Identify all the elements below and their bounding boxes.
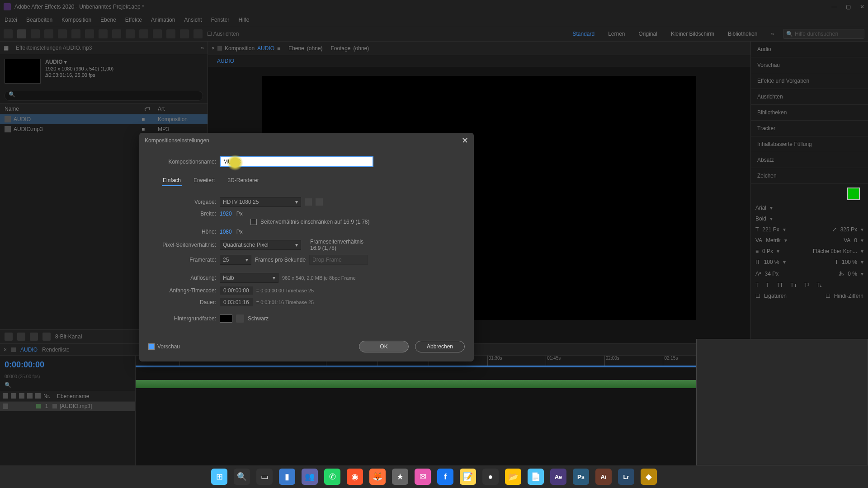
taskbar-search[interactable]: 🔍 <box>234 469 250 485</box>
taskbar-extra[interactable]: ◆ <box>641 469 657 485</box>
preset-label: Vorgabe: <box>157 199 216 205</box>
taskbar-teams[interactable]: 👥 <box>302 469 318 485</box>
par-dropdown[interactable]: Quadratische Pixel▾ <box>220 240 301 250</box>
cancel-button[interactable]: Abbrechen <box>415 341 465 352</box>
chevron-down-icon: ▾ <box>273 275 275 281</box>
taskbar-facebook[interactable]: f <box>437 469 453 485</box>
resolution-info: 960 x 540, 2,0 MB je 8bpc Frame <box>282 275 356 281</box>
duration-value[interactable]: 0:03:01:16 <box>220 298 253 306</box>
tab-einfach[interactable]: Einfach <box>162 175 182 186</box>
taskbar-ps[interactable]: Ps <box>573 469 589 485</box>
taskbar-ae[interactable]: Ae <box>550 469 566 485</box>
chevron-down-icon: ▾ <box>295 242 298 248</box>
start-tc-info: = 0:00:00:00 Timebase 25 <box>256 288 314 293</box>
taskbar-notepad[interactable]: 📄 <box>528 469 544 485</box>
aspect-lock-checkbox[interactable] <box>250 219 257 225</box>
eyedropper-icon[interactable] <box>236 314 244 323</box>
framerate-dropdown[interactable]: 25▾ <box>220 255 251 265</box>
preview-checkbox[interactable] <box>148 343 155 350</box>
taskbar-app[interactable]: ★ <box>392 469 408 485</box>
dropframe-dropdown: Drop-Frame <box>309 255 368 265</box>
height-value[interactable]: 1080 <box>220 229 232 235</box>
duration-info: = 0:03:01:16 Timebase 25 <box>256 300 314 305</box>
bg-name: Schwarz <box>248 315 269 322</box>
taskbar-whatsapp[interactable]: ✆ <box>324 469 340 485</box>
dialog-title: Kompositionseinstellungen <box>145 137 209 144</box>
width-label: Breite: <box>157 211 216 217</box>
resolution-label: Auflösung: <box>157 275 216 281</box>
comp-name-input[interactable] <box>220 156 373 167</box>
chevron-down-icon: ▾ <box>295 199 298 205</box>
height-label: Höhe: <box>157 229 216 235</box>
taskbar-messenger[interactable]: ✉ <box>415 469 431 485</box>
aspect-lock-label: Seitenverhältnis einschränken auf 16:9 (… <box>260 219 369 225</box>
resolution-dropdown[interactable]: Halb▾ <box>220 273 278 283</box>
taskbar-taskview[interactable]: ▭ <box>256 469 273 485</box>
composition-settings-dialog: Kompositionseinstellungen ✕ Kompositions… <box>139 133 474 361</box>
duration-label: Dauer: <box>157 299 216 305</box>
taskbar-lr[interactable]: Lr <box>618 469 634 485</box>
taskbar-firefox[interactable]: 🦊 <box>369 469 386 485</box>
preview-label: Vorschau <box>157 343 180 350</box>
save-preset-icon[interactable] <box>305 198 312 206</box>
taskbar-start[interactable]: ⊞ <box>211 469 227 485</box>
taskbar-explorer[interactable]: ▮ <box>279 469 295 485</box>
width-value[interactable]: 1920 <box>220 211 232 217</box>
fps-text: Frames pro Sekunde <box>255 257 306 263</box>
preset-dropdown[interactable]: HDTV 1080 25▾ <box>220 197 301 207</box>
taskbar-notes[interactable]: 📝 <box>460 469 476 485</box>
tab-3d[interactable]: 3D-Renderer <box>226 175 259 186</box>
dialog-close-icon[interactable]: ✕ <box>462 136 468 145</box>
start-tc-value[interactable]: 0:00:00:00 <box>220 286 253 295</box>
far-label: Frameseitenverhältnis <box>310 239 363 245</box>
comp-name-label: Kompositionsname: <box>148 159 216 165</box>
delete-preset-icon[interactable] <box>316 198 323 206</box>
bg-label: Hintergrundfarbe: <box>157 315 216 322</box>
bg-color-well[interactable] <box>220 314 232 323</box>
taskbar-ai[interactable]: Ai <box>595 469 612 485</box>
taskbar-obs[interactable]: ● <box>482 469 499 485</box>
webcam-overlay <box>696 339 868 465</box>
start-tc-label: Anfangs-Timecode: <box>157 287 216 294</box>
chevron-down-icon: ▾ <box>245 257 248 263</box>
ok-button[interactable]: OK <box>359 341 409 352</box>
taskbar-brave[interactable]: ◉ <box>347 469 363 485</box>
far-value: 16:9 (1,78) <box>310 245 363 251</box>
par-label: Pixel-Seitenverhältnis: <box>157 242 216 248</box>
taskbar-files[interactable]: 📂 <box>505 469 521 485</box>
framerate-label: Framerate: <box>157 257 216 263</box>
tab-erweitert[interactable]: Erweitert <box>193 175 216 186</box>
taskbar: ⊞ 🔍 ▭ ▮ 👥 ✆ ◉ 🦊 ★ ✉ f 📝 ● 📂 📄 Ae Ps Ai L… <box>0 465 868 488</box>
